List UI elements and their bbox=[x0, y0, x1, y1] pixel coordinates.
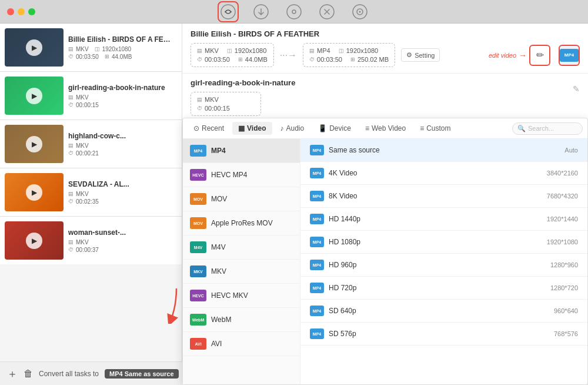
edit-video-arrow-icon: → bbox=[519, 51, 527, 60]
play-button[interactable]: ▶ bbox=[26, 184, 42, 201]
sd640-icon: MP4 bbox=[310, 306, 324, 316]
format-selector-button[interactable]: MP4 bbox=[559, 45, 580, 66]
format-right-item-4k[interactable]: MP4 4K Video 3840*2160 bbox=[300, 162, 587, 185]
format-right-item-8k[interactable]: MP4 8K Video 7680*4320 bbox=[300, 185, 587, 208]
dvd-toolbar-icon[interactable] bbox=[283, 1, 305, 22]
format-icon: ▤ bbox=[68, 94, 74, 100]
format-right-column: MP4 Same as source Auto MP4 4K Video 384… bbox=[300, 139, 587, 384]
file-info: Billie Eilish - BIRDS OF A FEATHER ▤ MKV… bbox=[64, 33, 177, 62]
file-info: SEVDALIZA - AL... ▤ MKV ⏱ 00:02:35 bbox=[64, 178, 177, 207]
file-meta-format: ▤ MKV ◫ 1920x1080 bbox=[68, 46, 172, 52]
size-icon: ⊞ bbox=[105, 54, 109, 59]
tab-recent[interactable]: ⊙ Recent bbox=[188, 122, 230, 135]
tab-video[interactable]: ▦ Video bbox=[232, 122, 272, 135]
format-item-webm[interactable]: WebM WebM bbox=[183, 308, 300, 332]
second-format: MKV bbox=[205, 96, 219, 103]
maximize-button[interactable] bbox=[28, 8, 35, 15]
play-button[interactable]: ▶ bbox=[26, 88, 42, 104]
tab-custom[interactable]: ≡ Custom bbox=[414, 122, 456, 135]
target-duration-icon: ⏱ bbox=[309, 57, 315, 62]
sd576-res: 768*576 bbox=[554, 330, 578, 337]
format-right-item-hd960[interactable]: MP4 HD 960p 1280*960 bbox=[300, 254, 587, 277]
format-item-mov[interactable]: MOV MOV bbox=[183, 187, 300, 211]
arrow-icon: ···→ bbox=[280, 50, 297, 61]
setting-button[interactable]: ⚙ Setting bbox=[401, 48, 440, 62]
source-res-icon: ◫ bbox=[227, 48, 232, 54]
format-right-item-same-as-source[interactable]: MP4 Same as source Auto bbox=[300, 139, 587, 162]
format-label-m4v: M4V bbox=[211, 243, 226, 251]
custom-icon: ≡ bbox=[420, 124, 424, 132]
format-right-item-hd720[interactable]: MP4 HD 720p 1280*720 bbox=[300, 277, 587, 300]
right-panel: Billie Eilish - BIRDS OF A FEATHER ▤ MKV… bbox=[182, 24, 588, 385]
file-duration: 00:02:35 bbox=[76, 198, 99, 205]
file-item: ▶ woman-sunset-... ▤ MKV ⏱ 00:00:37 bbox=[0, 217, 182, 264]
hd1080-label: HD 1080p bbox=[329, 238, 547, 246]
download-toolbar-icon[interactable] bbox=[250, 1, 272, 22]
format-label-mp4: MP4 bbox=[211, 147, 226, 155]
format-item-m4v[interactable]: M4V M4V bbox=[183, 235, 300, 260]
format-right-item-hd1440[interactable]: MP4 HD 1440p 1920*1440 bbox=[300, 208, 587, 231]
format-label-avi: AVI bbox=[211, 340, 222, 348]
tab-web-video[interactable]: ≡ Web Video bbox=[359, 122, 412, 135]
source-format-label: MKV bbox=[205, 47, 219, 54]
res-icon: ◫ bbox=[95, 46, 100, 52]
file-thumbnail[interactable]: ▶ bbox=[5, 221, 64, 260]
format-item-prores[interactable]: MOV Apple ProRes MOV bbox=[183, 211, 300, 235]
format-item-avi[interactable]: AVI AVI bbox=[183, 332, 300, 356]
file-thumbnail[interactable]: ▶ bbox=[5, 173, 64, 211]
convert-toolbar-icon[interactable] bbox=[218, 1, 239, 22]
target-meta-line: ⏱ 00:03:50 ⊞ 250.02 MB bbox=[309, 56, 389, 63]
close-button[interactable] bbox=[7, 8, 14, 15]
web-video-icon: ≡ bbox=[365, 124, 369, 132]
tab-device[interactable]: 📱 Device bbox=[312, 122, 357, 135]
format-item-hevc-mp4[interactable]: HEVC HEVC MP4 bbox=[183, 163, 300, 187]
traffic-lights bbox=[7, 8, 35, 15]
setting-label: Setting bbox=[415, 52, 435, 59]
delete-file-button[interactable]: 🗑 bbox=[24, 369, 33, 379]
format-right-item-sd640[interactable]: MP4 SD 640p 960*640 bbox=[300, 300, 587, 323]
format-label-hevc-mkv: HEVC MKV bbox=[211, 291, 248, 300]
play-button[interactable]: ▶ bbox=[26, 136, 42, 152]
hd1440-label: HD 1440p bbox=[329, 215, 547, 223]
media-toolbar-icon[interactable] bbox=[349, 1, 370, 22]
tab-web-video-label: Web Video bbox=[372, 124, 406, 132]
source-size: 44.0MB bbox=[245, 56, 268, 63]
play-button[interactable]: ▶ bbox=[26, 39, 42, 56]
conversion-header: Billie Eilish - BIRDS OF A FEATHER ▤ MKV… bbox=[182, 24, 588, 74]
file-meta-format: ▤ MKV bbox=[68, 142, 172, 149]
hd960-res: 1280*960 bbox=[550, 261, 578, 268]
hd720-label: HD 720p bbox=[329, 284, 550, 292]
convert-all-badge[interactable]: MP4 Same as source bbox=[105, 369, 178, 379]
search-box[interactable]: 🔍 Search... bbox=[512, 122, 583, 135]
duration-icon: ⏱ bbox=[197, 57, 202, 62]
tab-audio[interactable]: ♪ Audio bbox=[275, 122, 310, 135]
format-item-hevc-mkv[interactable]: HEVC HEVC MKV bbox=[183, 284, 300, 308]
same-source-res: Auto bbox=[564, 147, 578, 154]
4k-icon: MP4 bbox=[310, 168, 324, 178]
file-thumbnail[interactable]: ▶ bbox=[5, 125, 64, 163]
tab-device-label: Device bbox=[329, 124, 351, 132]
sd640-label: SD 640p bbox=[329, 307, 554, 315]
hd960-label: HD 960p bbox=[329, 261, 550, 269]
play-button[interactable]: ▶ bbox=[26, 233, 42, 249]
same-source-label: Same as source bbox=[329, 146, 564, 154]
minimize-button[interactable] bbox=[18, 8, 25, 15]
target-size-icon: ⊞ bbox=[350, 57, 355, 62]
file-thumbnail[interactable]: ▶ bbox=[5, 77, 64, 115]
add-file-button[interactable]: ＋ bbox=[7, 367, 18, 381]
prores-icon: MOV bbox=[190, 217, 206, 229]
tools-toolbar-icon[interactable] bbox=[316, 1, 338, 22]
file-meta: ▤ MKV ⏱ 00:00:21 bbox=[68, 142, 172, 157]
file-meta: ▤ MKV ⏱ 00:00:37 bbox=[68, 239, 172, 253]
format-right-item-sd576[interactable]: MP4 SD 576p 768*576 bbox=[300, 323, 587, 346]
file-format: MKV bbox=[76, 239, 89, 245]
edit-video-button[interactable]: ✏ bbox=[529, 45, 550, 66]
format-item-mkv[interactable]: MKV MKV bbox=[183, 260, 300, 284]
file-title: girl-reading-a-book-in-nature bbox=[68, 84, 172, 92]
file-thumbnail[interactable]: ▶ bbox=[5, 28, 64, 67]
format-right-item-hd1080[interactable]: MP4 HD 1080p 1920*1080 bbox=[300, 231, 587, 254]
format-icon: ▤ bbox=[68, 142, 74, 148]
format-item-mp4[interactable]: MP4 MP4 bbox=[183, 139, 300, 163]
format-left-column: MP4 MP4 HEVC HEVC MP4 MOV MOV MOV Apple … bbox=[183, 139, 300, 384]
edit-icon-small[interactable]: ✎ bbox=[573, 84, 580, 94]
